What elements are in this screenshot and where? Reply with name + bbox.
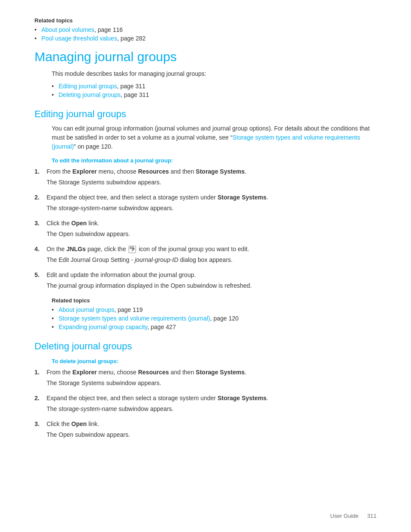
del-step-content-3: Click the Open link. The Open subwindow …	[47, 420, 377, 439]
step-note-1: The Storage Systems subwindow appears.	[47, 178, 377, 187]
list-item: Deleting journal groups, page 311	[52, 91, 377, 98]
expanding-journal-group-link[interactable]: Expanding journal group capacity	[59, 324, 147, 330]
step-num-3: 3.	[34, 219, 47, 239]
list-item: About journal groups, page 119	[52, 306, 377, 313]
svg-rect-1	[130, 247, 134, 248]
del-step-note-3: The Open subwindow appears.	[47, 430, 377, 439]
step-content-2: Expand the object tree, and then select …	[47, 193, 377, 213]
step-num-5: 5.	[34, 271, 47, 290]
del-step-num-1: 1.	[34, 368, 47, 388]
del-step-num-2: 2.	[34, 394, 47, 414]
editing-journal-groups-link[interactable]: Editing journal groups	[59, 83, 117, 90]
page-number: 311	[367, 513, 377, 519]
step-5: 5. Edit and update the information about…	[34, 271, 377, 290]
list-item: Editing journal groups, page 311	[52, 83, 377, 90]
list-item: About pool volumes, page 116	[34, 26, 377, 33]
editing-related-label: Related topics	[52, 297, 377, 304]
del-step-note-1: The Storage Systems subwindow appears.	[47, 379, 377, 388]
about-pool-volumes-link[interactable]: About pool volumes	[41, 26, 94, 33]
step-num-2: 2.	[34, 193, 47, 213]
edit-procedure-label: To edit the information about a journal …	[34, 157, 377, 164]
del-step-content-1: From the Explorer menu, choose Resources…	[47, 368, 377, 388]
editing-related-topics: Related topics About journal groups, pag…	[34, 297, 377, 330]
about-pool-volumes-page: , page 116	[94, 26, 123, 33]
step-num-4: 4.	[34, 245, 47, 264]
del-step-3: 3. Click the Open link. The Open subwind…	[34, 420, 377, 439]
svg-rect-2	[130, 248, 134, 249]
delete-procedure-label: To delete journal groups:	[34, 358, 377, 364]
step-num-1: 1.	[34, 167, 47, 187]
related-topics-label: Related topics	[34, 17, 377, 24]
main-title: Managing journal groups	[34, 50, 377, 64]
step-content-1: From the Explorer menu, choose Resources…	[47, 167, 377, 187]
step-note-2: The storage-system-name subwindow appear…	[47, 204, 377, 213]
related-topics-top: Related topics About pool volumes, page …	[34, 17, 377, 42]
about-journal-groups-link[interactable]: About journal groups	[59, 306, 114, 313]
editing-section-title: Editing journal groups	[34, 109, 377, 120]
step-note-5: The journal group information displayed …	[47, 281, 377, 290]
step-1: 1. From the Explorer menu, choose Resour…	[34, 167, 377, 187]
step-content-4: On the JNLGs page, click the icon of the…	[47, 245, 377, 264]
del-step-num-3: 3.	[34, 420, 47, 439]
deleting-section-title: Deleting journal groups	[34, 341, 377, 352]
step-note-3: The Open subwindow appears.	[47, 230, 377, 239]
step-note-4: The Edit Journal Group Setting - journal…	[47, 255, 377, 264]
step-4: 4. On the JNLGs page, click the icon	[34, 245, 377, 264]
editing-journal-groups-page: , page 311	[117, 83, 145, 90]
storage-system-types-link[interactable]: Storage system types and volume requirem…	[59, 315, 210, 322]
step-2: 2. Expand the object tree, and then sele…	[34, 193, 377, 213]
editing-steps-list: 1. From the Explorer menu, choose Resour…	[34, 167, 377, 290]
guide-text: User Guide	[330, 513, 359, 519]
intro-links-list: Editing journal groups, page 311 Deletin…	[34, 83, 377, 98]
intro-text: This module describes tasks for managing…	[34, 69, 377, 78]
list-item: Expanding journal group capacity, page 4…	[52, 324, 377, 330]
deleting-journal-groups-page: , page 311	[121, 91, 149, 98]
del-step-1: 1. From the Explorer menu, choose Resour…	[34, 368, 377, 388]
step-content-5: Edit and update the information about th…	[47, 271, 377, 290]
deleting-journal-groups-link[interactable]: Deleting journal groups	[59, 91, 121, 98]
page-footer: User Guide 311	[330, 513, 377, 519]
svg-line-5	[131, 251, 132, 252]
del-step-content-2: Expand the object tree, and then select …	[47, 394, 377, 414]
editing-description: You can edit journal group information (…	[34, 124, 377, 151]
editing-related-list: About journal groups, page 119 Storage s…	[52, 306, 377, 330]
pool-usage-threshold-page: , page 282	[117, 35, 146, 42]
del-step-2: 2. Expand the object tree, and then sele…	[34, 394, 377, 414]
del-step-note-2: The storage-system-name subwindow appear…	[47, 404, 377, 414]
edit-icon	[128, 246, 136, 253]
step-3: 3. Click the Open link. The Open subwind…	[34, 219, 377, 239]
related-topics-top-list: About pool volumes, page 116 Pool usage …	[34, 26, 377, 42]
deleting-steps-list: 1. From the Explorer menu, choose Resour…	[34, 368, 377, 439]
pool-usage-threshold-link[interactable]: Pool usage threshold values	[41, 35, 117, 42]
list-item: Storage system types and volume requirem…	[52, 315, 377, 322]
step-content-3: Click the Open link. The Open subwindow …	[47, 219, 377, 239]
list-item: Pool usage threshold values, page 282	[34, 35, 377, 42]
